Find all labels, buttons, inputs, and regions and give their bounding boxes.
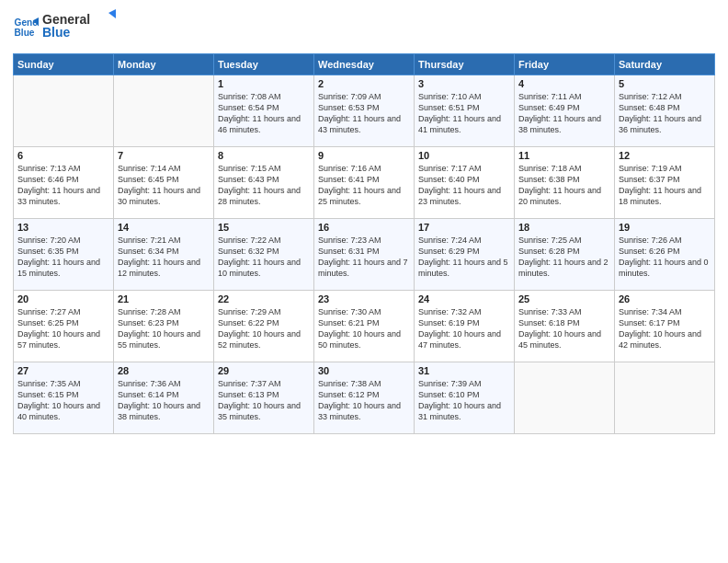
day-number: 27 — [17, 365, 109, 376]
day-number: 24 — [418, 293, 510, 304]
day-info: Sunrise: 7:29 AMSunset: 6:22 PMDaylight:… — [218, 306, 310, 351]
day-number: 2 — [318, 78, 410, 89]
day-number: 13 — [17, 222, 109, 233]
day-cell-23: 22Sunrise: 7:29 AMSunset: 6:22 PMDayligh… — [214, 291, 314, 362]
day-cell-22: 21Sunrise: 7:28 AMSunset: 6:23 PMDayligh… — [114, 291, 214, 362]
day-number: 19 — [619, 222, 711, 233]
day-cell-33 — [515, 362, 615, 434]
day-info: Sunrise: 7:21 AMSunset: 6:34 PMDaylight:… — [118, 235, 210, 280]
week-row-2: 6Sunrise: 7:13 AMSunset: 6:46 PMDaylight… — [14, 147, 715, 219]
day-info: Sunrise: 7:20 AMSunset: 6:35 PMDaylight:… — [17, 235, 109, 280]
day-cell-12: 11Sunrise: 7:18 AMSunset: 6:38 PMDayligh… — [515, 147, 615, 219]
day-info: Sunrise: 7:15 AMSunset: 6:43 PMDaylight:… — [218, 163, 310, 208]
day-info: Sunrise: 7:14 AMSunset: 6:45 PMDaylight:… — [118, 163, 210, 208]
svg-text:General: General — [15, 17, 39, 28]
day-number: 15 — [218, 222, 310, 233]
page: General Blue General Blue SundayMondayTu… — [0, 0, 728, 563]
day-info: Sunrise: 7:11 AMSunset: 6:49 PMDaylight:… — [518, 91, 610, 136]
day-cell-26: 25Sunrise: 7:33 AMSunset: 6:18 PMDayligh… — [515, 291, 615, 362]
day-cell-29: 28Sunrise: 7:36 AMSunset: 6:14 PMDayligh… — [114, 362, 214, 434]
weekday-header-thursday: Thursday — [415, 54, 515, 75]
day-info: Sunrise: 7:16 AMSunset: 6:41 PMDaylight:… — [318, 163, 410, 208]
logo-svg: General Blue — [42, 9, 116, 42]
day-number: 11 — [518, 150, 610, 161]
day-number: 25 — [518, 293, 610, 304]
day-info: Sunrise: 7:25 AMSunset: 6:28 PMDaylight:… — [518, 235, 610, 280]
day-cell-15: 14Sunrise: 7:21 AMSunset: 6:34 PMDayligh… — [114, 219, 214, 291]
day-info: Sunrise: 7:36 AMSunset: 6:14 PMDaylight:… — [118, 378, 210, 423]
svg-marker-6 — [108, 9, 116, 18]
day-cell-27: 26Sunrise: 7:34 AMSunset: 6:17 PMDayligh… — [615, 291, 715, 362]
day-number: 23 — [318, 293, 410, 304]
day-number: 9 — [318, 150, 410, 161]
day-cell-19: 18Sunrise: 7:25 AMSunset: 6:28 PMDayligh… — [515, 219, 615, 291]
day-number: 21 — [118, 293, 210, 304]
weekday-header-wednesday: Wednesday — [314, 54, 415, 75]
day-info: Sunrise: 7:10 AMSunset: 6:51 PMDaylight:… — [418, 91, 510, 136]
day-cell-17: 16Sunrise: 7:23 AMSunset: 6:31 PMDayligh… — [314, 219, 415, 291]
day-info: Sunrise: 7:22 AMSunset: 6:32 PMDaylight:… — [218, 235, 310, 280]
day-info: Sunrise: 7:09 AMSunset: 6:53 PMDaylight:… — [318, 91, 410, 136]
day-cell-13: 12Sunrise: 7:19 AMSunset: 6:37 PMDayligh… — [615, 147, 715, 219]
day-info: Sunrise: 7:32 AMSunset: 6:19 PMDaylight:… — [418, 306, 510, 351]
day-info: Sunrise: 7:33 AMSunset: 6:18 PMDaylight:… — [518, 306, 610, 351]
week-row-3: 13Sunrise: 7:20 AMSunset: 6:35 PMDayligh… — [14, 219, 715, 291]
day-number: 28 — [118, 365, 210, 376]
day-info: Sunrise: 7:27 AMSunset: 6:25 PMDaylight:… — [17, 306, 109, 351]
day-info: Sunrise: 7:08 AMSunset: 6:54 PMDaylight:… — [218, 91, 310, 136]
day-cell-20: 19Sunrise: 7:26 AMSunset: 6:26 PMDayligh… — [615, 219, 715, 291]
day-cell-5: 4Sunrise: 7:11 AMSunset: 6:49 PMDaylight… — [515, 75, 615, 147]
day-number: 30 — [318, 365, 410, 376]
weekday-header-row: SundayMondayTuesdayWednesdayThursdayFrid… — [14, 54, 715, 75]
svg-text:Blue: Blue — [42, 25, 71, 40]
day-cell-25: 24Sunrise: 7:32 AMSunset: 6:19 PMDayligh… — [415, 291, 515, 362]
day-info: Sunrise: 7:19 AMSunset: 6:37 PMDaylight:… — [619, 163, 711, 208]
day-cell-0 — [14, 75, 114, 147]
day-number: 8 — [218, 150, 310, 161]
day-number: 7 — [118, 150, 210, 161]
logo-icon: General Blue — [13, 15, 39, 40]
weekday-header-saturday: Saturday — [615, 54, 715, 75]
day-cell-34 — [615, 362, 715, 434]
logo: General Blue General Blue — [13, 9, 116, 46]
day-number: 29 — [218, 365, 310, 376]
week-row-5: 27Sunrise: 7:35 AMSunset: 6:15 PMDayligh… — [14, 362, 715, 434]
day-info: Sunrise: 7:18 AMSunset: 6:38 PMDaylight:… — [518, 163, 610, 208]
day-cell-30: 29Sunrise: 7:37 AMSunset: 6:13 PMDayligh… — [214, 362, 314, 434]
day-info: Sunrise: 7:23 AMSunset: 6:31 PMDaylight:… — [318, 235, 410, 280]
day-number: 3 — [418, 78, 510, 89]
day-info: Sunrise: 7:17 AMSunset: 6:40 PMDaylight:… — [418, 163, 510, 208]
day-cell-18: 17Sunrise: 7:24 AMSunset: 6:29 PMDayligh… — [415, 219, 515, 291]
day-cell-21: 20Sunrise: 7:27 AMSunset: 6:25 PMDayligh… — [14, 291, 114, 362]
day-info: Sunrise: 7:34 AMSunset: 6:17 PMDaylight:… — [619, 306, 711, 351]
day-cell-28: 27Sunrise: 7:35 AMSunset: 6:15 PMDayligh… — [14, 362, 114, 434]
day-number: 4 — [518, 78, 610, 89]
day-info: Sunrise: 7:28 AMSunset: 6:23 PMDaylight:… — [118, 306, 210, 351]
day-info: Sunrise: 7:13 AMSunset: 6:46 PMDaylight:… — [17, 163, 109, 208]
week-row-4: 20Sunrise: 7:27 AMSunset: 6:25 PMDayligh… — [14, 291, 715, 362]
day-info: Sunrise: 7:24 AMSunset: 6:29 PMDaylight:… — [418, 235, 510, 280]
day-cell-4: 3Sunrise: 7:10 AMSunset: 6:51 PMDaylight… — [415, 75, 515, 147]
day-info: Sunrise: 7:35 AMSunset: 6:15 PMDaylight:… — [17, 378, 109, 423]
day-cell-32: 31Sunrise: 7:39 AMSunset: 6:10 PMDayligh… — [415, 362, 515, 434]
day-info: Sunrise: 7:39 AMSunset: 6:10 PMDaylight:… — [418, 378, 510, 423]
day-cell-1 — [114, 75, 214, 147]
day-cell-8: 7Sunrise: 7:14 AMSunset: 6:45 PMDaylight… — [114, 147, 214, 219]
svg-text:Blue: Blue — [15, 28, 35, 38]
day-cell-7: 6Sunrise: 7:13 AMSunset: 6:46 PMDaylight… — [14, 147, 114, 219]
day-info: Sunrise: 7:38 AMSunset: 6:12 PMDaylight:… — [318, 378, 410, 423]
day-cell-31: 30Sunrise: 7:38 AMSunset: 6:12 PMDayligh… — [314, 362, 415, 434]
day-cell-3: 2Sunrise: 7:09 AMSunset: 6:53 PMDaylight… — [314, 75, 415, 147]
day-cell-16: 15Sunrise: 7:22 AMSunset: 6:32 PMDayligh… — [214, 219, 314, 291]
weekday-header-sunday: Sunday — [14, 54, 114, 75]
day-number: 1 — [218, 78, 310, 89]
day-number: 17 — [418, 222, 510, 233]
day-cell-11: 10Sunrise: 7:17 AMSunset: 6:40 PMDayligh… — [415, 147, 515, 219]
weekday-header-tuesday: Tuesday — [214, 54, 314, 75]
day-info: Sunrise: 7:26 AMSunset: 6:26 PMDaylight:… — [619, 235, 711, 280]
day-cell-10: 9Sunrise: 7:16 AMSunset: 6:41 PMDaylight… — [314, 147, 415, 219]
day-info: Sunrise: 7:30 AMSunset: 6:21 PMDaylight:… — [318, 306, 410, 351]
day-number: 16 — [318, 222, 410, 233]
day-cell-6: 5Sunrise: 7:12 AMSunset: 6:48 PMDaylight… — [615, 75, 715, 147]
day-cell-2: 1Sunrise: 7:08 AMSunset: 6:54 PMDaylight… — [214, 75, 314, 147]
